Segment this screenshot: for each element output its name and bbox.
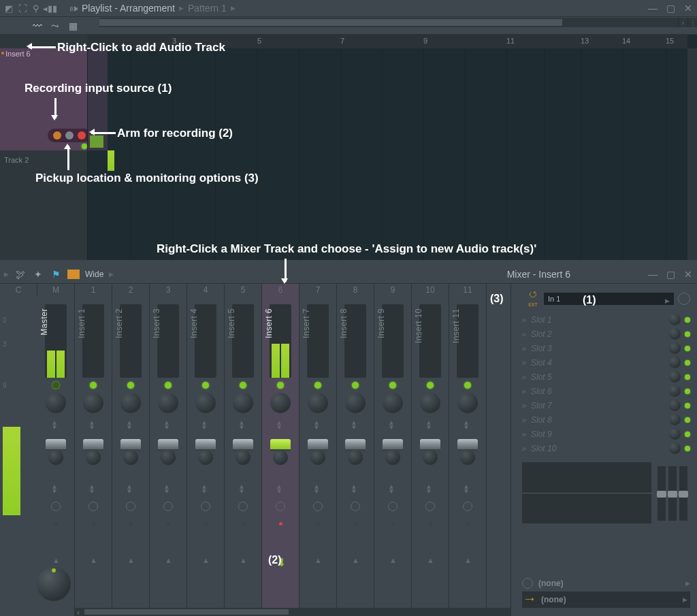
slot-enable-led[interactable] — [685, 403, 690, 408]
playlist-scroll-right[interactable]: › — [678, 18, 687, 27]
output-row-2[interactable]: ⭢(none)▶ — [522, 591, 690, 608]
playlist-scroll-menu[interactable]: ⋮ — [687, 18, 697, 27]
track-rec-dot[interactable] — [279, 522, 282, 525]
track-rec-dot[interactable] — [204, 522, 208, 525]
track-route-arrow[interactable]: ▲ — [314, 556, 322, 564]
eq-band-high[interactable] — [679, 466, 687, 521]
mixer-maximize-button[interactable]: ▢ — [666, 270, 675, 279]
slot-expand-icon[interactable]: ▶ — [522, 402, 527, 409]
track-mute-led[interactable] — [277, 382, 284, 389]
master-track[interactable]: Master ▲▼ ▲▼ ▲ — [37, 284, 75, 616]
minimize-button[interactable]: — — [648, 3, 658, 13]
sound-icon[interactable]: ◂▮▮ — [45, 3, 54, 13]
fx-slot-10[interactable]: ▶Slot 10 — [522, 441, 690, 455]
track-route-arrow[interactable]: ▲ — [389, 556, 397, 564]
slot-expand-icon[interactable]: ▶ — [522, 345, 527, 352]
slot-expand-icon[interactable]: ▶ — [522, 431, 527, 438]
mixer-minimize-button[interactable]: — — [648, 270, 658, 279]
slot-enable-led[interactable] — [685, 417, 690, 423]
master-volume-knob[interactable] — [37, 567, 71, 601]
track-rec-dot[interactable] — [391, 522, 395, 525]
track-delay-knob[interactable] — [351, 502, 360, 511]
track-stereo-knob[interactable] — [161, 450, 176, 465]
master-step-arrows[interactable]: ▲▼ — [51, 420, 58, 429]
track-rec-dot[interactable] — [429, 522, 432, 525]
slot-mix-knob[interactable] — [669, 442, 681, 454]
slot-enable-led[interactable] — [685, 317, 690, 323]
track-rec-dot[interactable] — [129, 522, 133, 525]
slot-enable-led[interactable] — [685, 389, 690, 394]
view-mode-label[interactable]: Wide — [85, 270, 103, 279]
view-color-chip[interactable] — [67, 270, 80, 279]
track-route-arrow[interactable]: ▲ — [464, 556, 472, 564]
mixer-track-8[interactable]: Insert 8▲▼▲▼▲ — [337, 284, 374, 616]
track-pan-knob[interactable] — [420, 393, 440, 413]
slot-mix-knob[interactable] — [669, 385, 681, 397]
slot-expand-icon[interactable]: ▶ — [522, 374, 527, 380]
fx-slot-5[interactable]: ▶Slot 5 — [522, 370, 690, 384]
track-stereo-knob[interactable] — [236, 450, 250, 465]
track-pan-knob[interactable] — [308, 393, 328, 413]
ext-input-icon[interactable]: ⭯EXT — [526, 289, 540, 308]
pattern-label[interactable]: Pattern 1 — [188, 3, 227, 14]
monitor-icon[interactable] — [65, 131, 74, 140]
track-rec-dot[interactable] — [242, 522, 245, 525]
input-source-icon[interactable] — [53, 131, 61, 140]
mixer-track-9[interactable]: Insert 9▲▼▲▼▲ — [374, 284, 412, 616]
slot-mix-knob[interactable] — [669, 428, 681, 440]
slot-enable-led[interactable] — [685, 446, 690, 451]
track-pan-knob[interactable] — [233, 393, 253, 413]
track-rec-dot[interactable] — [466, 522, 470, 525]
close-button[interactable]: ✕ — [683, 3, 693, 13]
track-delay-knob[interactable] — [238, 502, 248, 511]
track-rec-dot[interactable] — [92, 522, 95, 525]
mixer-track-5[interactable]: Insert 5▲▼▲▼▲ — [225, 284, 262, 616]
mixer-h-scrollbar[interactable]: ‹ — [75, 608, 510, 616]
track-mute-led[interactable] — [314, 382, 321, 389]
pattern-chevron-icon[interactable]: ▶ — [231, 5, 236, 12]
track-route-arrow[interactable]: ▲ — [202, 556, 210, 564]
mixer-track-7[interactable]: Insert 7▲▼▲▼▲ — [299, 284, 337, 616]
track-stereo-knob[interactable] — [86, 450, 101, 465]
fx-slot-8[interactable]: ▶Slot 8 — [522, 412, 690, 427]
track-route-arrow[interactable]: ▲ — [240, 556, 247, 564]
track-mute-led[interactable] — [427, 382, 434, 389]
mixer-track-11[interactable]: Insert 11▲▼▲▼▲ — [449, 284, 487, 616]
track-mute-led[interactable] — [165, 382, 172, 389]
master-delay-knob[interactable] — [51, 502, 61, 511]
slot-mix-knob[interactable] — [669, 414, 681, 425]
track-route-arrow[interactable]: ▲ — [427, 556, 434, 564]
current-col-label[interactable]: C — [0, 284, 37, 296]
track-pan-knob[interactable] — [158, 393, 178, 413]
track-stereo-knob[interactable] — [198, 450, 213, 465]
slot-expand-icon[interactable]: ▶ — [522, 331, 527, 338]
track-delay-knob[interactable] — [313, 502, 323, 511]
track-delay-knob[interactable] — [201, 502, 210, 511]
track-stereo-knob[interactable] — [348, 450, 363, 465]
flags-icon[interactable]: ⚑ — [50, 268, 62, 280]
slot-expand-icon[interactable]: ▶ — [522, 317, 527, 323]
track-mute-led[interactable] — [352, 382, 359, 389]
arrangement-chevron-icon[interactable]: ▶ — [179, 5, 184, 12]
mixer-track-2[interactable]: Insert 2▲▼▲▼▲ — [112, 284, 150, 616]
playlist-v-scrollbar[interactable] — [687, 48, 697, 260]
track-delay-knob[interactable] — [425, 502, 435, 511]
track-stereo-knob[interactable] — [460, 450, 475, 465]
slot-mix-knob[interactable] — [669, 400, 681, 411]
track-stereo-knob[interactable] — [385, 450, 400, 465]
eq-band-low[interactable] — [658, 466, 666, 521]
fx-slot-4[interactable]: ▶Slot 4 — [522, 355, 690, 370]
track-pan-knob[interactable] — [195, 393, 216, 413]
slot-enable-led[interactable] — [685, 346, 690, 351]
track-mute-led[interactable] — [90, 382, 97, 389]
waveform-icon[interactable]: 〰 — [31, 20, 44, 32]
track-mute-led[interactable] — [389, 382, 396, 389]
output-row-1[interactable]: (none)▶ — [522, 575, 690, 591]
select-tool-icon[interactable]: ⛶ — [18, 3, 27, 13]
track-stereo-knob[interactable] — [123, 450, 138, 465]
automation-icon[interactable]: ⤳ — [49, 20, 61, 32]
track-route-arrow[interactable]: ▲ — [352, 556, 359, 564]
slot-mix-knob[interactable] — [669, 328, 681, 340]
track-mute-led[interactable] — [464, 382, 471, 389]
fx-slot-9[interactable]: ▶Slot 9 — [522, 427, 690, 441]
